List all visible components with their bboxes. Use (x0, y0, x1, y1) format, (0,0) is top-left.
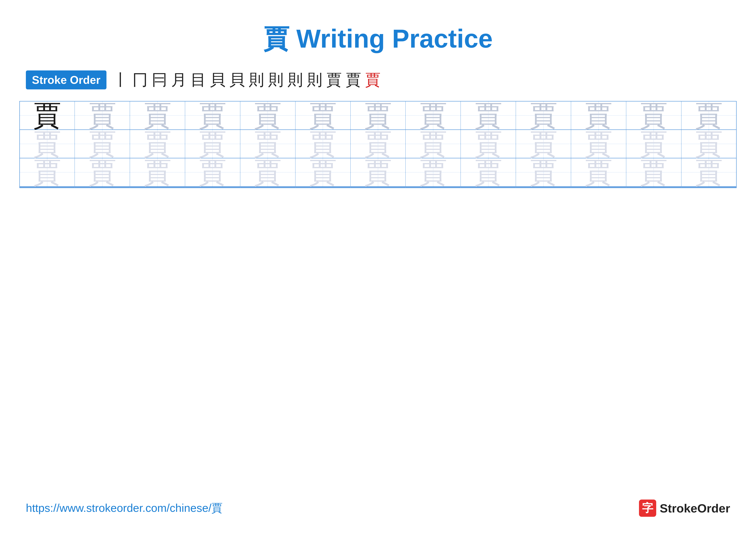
cell-character-2-8: 賈 (474, 157, 502, 188)
grid-cell-2-10[interactable]: 賈 (571, 158, 626, 187)
grid-cell-2-2[interactable]: 賈 (130, 158, 185, 187)
grid-cell-0-3[interactable]: 賈 (185, 101, 240, 130)
grid-cell-2-11[interactable]: 賈 (626, 158, 681, 187)
practice-grid-container: 賈賈賈賈賈賈賈賈賈賈賈賈賈賈賈賈賈賈賈賈賈賈賈賈賈賈賈賈賈賈賈賈賈賈賈賈賈賈賈 (0, 101, 756, 188)
stroke-step-3: 月 (171, 69, 187, 90)
stroke-order-section: Stroke Order 丨冂冃月目貝貝則則則則賈賈賈 (0, 69, 756, 90)
cell-character-2-11: 賈 (640, 157, 668, 188)
cell-character-0-11: 賈 (640, 100, 668, 131)
grid-cell-2-0[interactable]: 賈 (20, 158, 75, 187)
grid-cell-1-9[interactable]: 賈 (516, 130, 571, 158)
cell-character-1-4: 賈 (254, 128, 282, 159)
cell-character-2-5: 賈 (309, 157, 337, 188)
cell-character-2-3: 賈 (199, 157, 227, 188)
grid-cell-0-9[interactable]: 賈 (516, 101, 571, 130)
grid-cell-0-11[interactable]: 賈 (626, 101, 681, 130)
cell-character-1-5: 賈 (309, 128, 337, 159)
grid-cell-0-7[interactable]: 賈 (406, 101, 461, 130)
grid-cell-0-1[interactable]: 賈 (75, 101, 130, 130)
grid-cell-0-5[interactable]: 賈 (295, 101, 350, 130)
cell-character-2-1: 賈 (88, 157, 116, 188)
stroke-steps: 丨冂冃月目貝貝則則則則賈賈賈 (113, 69, 381, 90)
grid-cell-2-4[interactable]: 賈 (240, 158, 295, 187)
grid-cell-2-9[interactable]: 賈 (516, 158, 571, 187)
cell-character-1-0: 賈 (33, 128, 61, 159)
cell-character-2-6: 賈 (364, 157, 392, 188)
footer-logo-icon: 字 (639, 499, 656, 517)
cell-character-1-11: 賈 (640, 128, 668, 159)
grid-cell-1-3[interactable]: 賈 (185, 130, 240, 158)
stroke-step-0: 丨 (113, 69, 128, 90)
grid-cell-2-7[interactable]: 賈 (406, 158, 461, 187)
cell-character-1-10: 賈 (584, 128, 612, 159)
practice-grid: 賈賈賈賈賈賈賈賈賈賈賈賈賈賈賈賈賈賈賈賈賈賈賈賈賈賈賈賈賈賈賈賈賈賈賈賈賈賈賈 (19, 101, 737, 188)
grid-cell-2-8[interactable]: 賈 (461, 158, 516, 187)
stroke-step-11: 賈 (326, 69, 342, 90)
stroke-order-badge: Stroke Order (26, 70, 106, 89)
cell-character-1-6: 賈 (364, 128, 392, 159)
cell-character-0-12: 賈 (695, 100, 723, 131)
grid-cell-1-5[interactable]: 賈 (295, 130, 350, 158)
grid-cell-1-11[interactable]: 賈 (626, 130, 681, 158)
grid-cell-0-0[interactable]: 賈 (20, 101, 75, 130)
grid-cell-0-8[interactable]: 賈 (461, 101, 516, 130)
grid-cell-2-1[interactable]: 賈 (75, 158, 130, 187)
stroke-step-13: 賈 (365, 69, 381, 90)
grid-cell-2-5[interactable]: 賈 (295, 158, 350, 187)
cell-character-0-5: 賈 (309, 100, 337, 131)
cell-character-2-2: 賈 (144, 157, 172, 188)
grid-cell-2-12[interactable]: 賈 (681, 158, 736, 187)
grid-cell-1-1[interactable]: 賈 (75, 130, 130, 158)
cell-character-2-10: 賈 (584, 157, 612, 188)
grid-row-0: 賈賈賈賈賈賈賈賈賈賈賈賈賈 (20, 101, 736, 130)
cell-character-1-3: 賈 (199, 128, 227, 159)
grid-cell-1-10[interactable]: 賈 (571, 130, 626, 158)
grid-cell-1-4[interactable]: 賈 (240, 130, 295, 158)
grid-cell-1-7[interactable]: 賈 (406, 130, 461, 158)
cell-character-2-0: 賈 (33, 157, 61, 188)
footer: https://www.strokeorder.com/chinese/賈 字 … (26, 499, 730, 517)
footer-url[interactable]: https://www.strokeorder.com/chinese/賈 (26, 501, 223, 516)
page-title: 賈 Writing Practice (0, 0, 756, 57)
cell-character-2-7: 賈 (419, 157, 447, 188)
stroke-step-12: 賈 (346, 69, 361, 90)
grid-cell-0-4[interactable]: 賈 (240, 101, 295, 130)
grid-cell-0-10[interactable]: 賈 (571, 101, 626, 130)
cell-character-1-7: 賈 (419, 128, 447, 159)
grid-cell-0-6[interactable]: 賈 (350, 101, 406, 130)
cell-character-2-12: 賈 (695, 157, 723, 188)
stroke-step-10: 則 (307, 69, 322, 90)
grid-cell-1-6[interactable]: 賈 (350, 130, 406, 158)
grid-cell-1-0[interactable]: 賈 (20, 130, 75, 158)
cell-character-1-2: 賈 (144, 128, 172, 159)
stroke-step-6: 貝 (229, 69, 245, 90)
grid-row-2: 賈賈賈賈賈賈賈賈賈賈賈賈賈 (20, 158, 736, 187)
cell-character-0-3: 賈 (199, 100, 227, 131)
cell-character-0-1: 賈 (88, 100, 116, 131)
grid-row-1: 賈賈賈賈賈賈賈賈賈賈賈賈賈 (20, 130, 736, 158)
cell-character-0-4: 賈 (254, 100, 282, 131)
cell-character-0-0: 賈 (33, 100, 61, 131)
footer-logo-text: StrokeOrder (660, 501, 730, 515)
grid-cell-1-8[interactable]: 賈 (461, 130, 516, 158)
grid-cell-1-2[interactable]: 賈 (130, 130, 185, 158)
cell-character-0-6: 賈 (364, 100, 392, 131)
title-text: Writing Practice (289, 24, 493, 53)
cell-character-0-9: 賈 (529, 100, 557, 131)
cell-character-1-9: 賈 (529, 128, 557, 159)
cell-character-0-8: 賈 (474, 100, 502, 131)
stroke-step-2: 冃 (152, 69, 167, 90)
grid-cell-1-12[interactable]: 賈 (681, 130, 736, 158)
stroke-step-5: 貝 (210, 69, 226, 90)
cell-character-0-7: 賈 (419, 100, 447, 131)
stroke-step-8: 則 (268, 69, 284, 90)
title-character: 賈 (263, 24, 289, 53)
cell-character-1-12: 賈 (695, 128, 723, 159)
grid-cell-0-2[interactable]: 賈 (130, 101, 185, 130)
grid-cell-2-6[interactable]: 賈 (350, 158, 406, 187)
stroke-step-7: 則 (249, 69, 264, 90)
cell-character-1-8: 賈 (474, 128, 502, 159)
grid-cell-0-12[interactable]: 賈 (681, 101, 736, 130)
footer-logo: 字 StrokeOrder (639, 499, 730, 517)
grid-cell-2-3[interactable]: 賈 (185, 158, 240, 187)
